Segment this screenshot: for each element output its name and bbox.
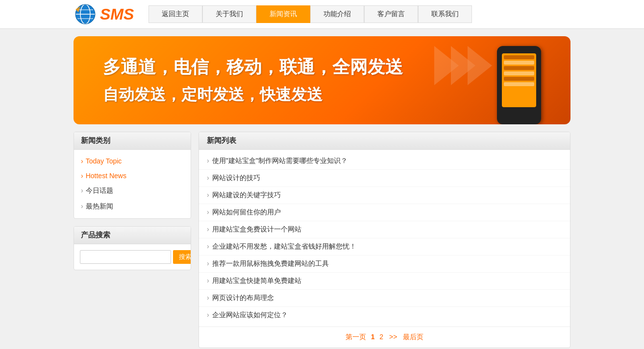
pagination-page-1[interactable]: 1 xyxy=(371,333,375,341)
product-search-section: 产品搜索 搜索产品 xyxy=(74,226,191,270)
news-item-8[interactable]: 网页设计的布局理念 xyxy=(199,290,570,307)
news-item-1[interactable]: 网站设计的技巧 xyxy=(199,170,570,187)
pagination: 第一页 1 2 >> 最后页 xyxy=(199,326,570,348)
search-button[interactable]: 搜索产品 xyxy=(173,250,191,264)
news-item-6[interactable]: 推荐一款用鼠标拖拽免费建网站的工具 xyxy=(199,256,570,273)
news-item-3[interactable]: 网站如何留住你的用户 xyxy=(199,204,570,221)
banner-line1: 多通道，电信，移动，联通，全网发送 xyxy=(103,55,403,79)
phone-bar-1 xyxy=(504,55,534,59)
news-category-section: 新闻类别 Today Topic Hottest News 今日话题 最热新闻 xyxy=(74,132,191,219)
pagination-page-2[interactable]: 2 xyxy=(379,333,383,341)
header: SMS 返回主页 关于我们 新闻资讯 功能介绍 客户留言 联系我们 xyxy=(0,0,644,29)
news-category-title: 新闻类别 xyxy=(74,132,191,150)
logo-area: SMS xyxy=(74,2,134,26)
search-box: 搜索产品 xyxy=(74,244,191,270)
news-panel: 新闻列表 使用"建站宝盒"制作网站需要哪些专业知识？ 网站设计的技巧 网站建设的… xyxy=(198,132,570,348)
phone-screen xyxy=(502,53,536,107)
logo-globe-icon xyxy=(74,2,97,26)
sidebar-link-hottest-news[interactable]: Hottest News xyxy=(74,168,191,183)
search-input[interactable] xyxy=(80,250,171,264)
phone-bar-2 xyxy=(504,61,534,65)
news-list: 使用"建站宝盒"制作网站需要哪些专业知识？ 网站设计的技巧 网站建设的关键字技巧… xyxy=(199,150,570,326)
nav-features[interactable]: 功能介绍 xyxy=(310,5,364,23)
pagination-last[interactable]: 最后页 xyxy=(403,333,423,341)
phone-bar-5 xyxy=(504,77,534,81)
news-item-9[interactable]: 企业网站应该如何定位？ xyxy=(199,307,570,324)
banner: 多通道，电信，移动，联通，全网发送 自动发送，定时发送，快速发送 xyxy=(74,36,570,124)
pagination-first[interactable]: 第一页 xyxy=(346,333,366,341)
nav-news[interactable]: 新闻资讯 xyxy=(256,5,310,23)
phone-bar-4 xyxy=(504,71,534,75)
nav-about[interactable]: 关于我们 xyxy=(202,5,256,23)
sidebar-link-zrxw[interactable]: 最热新闻 xyxy=(74,199,191,214)
nav-guestbook[interactable]: 客户留言 xyxy=(364,5,418,23)
sidebar-link-jrht[interactable]: 今日话题 xyxy=(74,183,191,199)
sidebar: 新闻类别 Today Topic Hottest News 今日话题 最热新闻 … xyxy=(74,132,191,348)
banner-text: 多通道，电信，移动，联通，全网发送 自动发送，定时发送，快速发送 xyxy=(103,55,403,106)
nav-home[interactable]: 返回主页 xyxy=(149,5,202,23)
news-item-4[interactable]: 用建站宝盒免费设计一个网站 xyxy=(199,221,570,238)
news-panel-title: 新闻列表 xyxy=(199,132,570,150)
news-item-5[interactable]: 企业建站不用发愁，建站宝盒省钱好用解您忧！ xyxy=(199,238,570,256)
news-item-2[interactable]: 网站建设的关键字技巧 xyxy=(199,187,570,204)
pagination-next[interactable]: >> xyxy=(389,333,397,341)
nav-contact[interactable]: 联系我们 xyxy=(418,5,472,23)
phone-bar-3 xyxy=(504,66,534,70)
sidebar-links: Today Topic Hottest News 今日话题 最热新闻 xyxy=(74,150,191,218)
news-item-7[interactable]: 用建站宝盒快捷简单免费建站 xyxy=(199,273,570,290)
news-item-0[interactable]: 使用"建站宝盒"制作网站需要哪些专业知识？ xyxy=(199,153,570,170)
phone-bar-6 xyxy=(504,82,534,86)
logo-text: SMS xyxy=(100,5,134,23)
banner-decoration xyxy=(444,46,492,87)
banner-line2: 自动发送，定时发送，快速发送 xyxy=(103,84,403,106)
search-row: 搜索产品 xyxy=(80,250,185,264)
phone-image xyxy=(497,46,541,124)
main-nav: 返回主页 关于我们 新闻资讯 功能介绍 客户留言 联系我们 xyxy=(149,5,472,23)
main-content: 新闻类别 Today Topic Hottest News 今日话题 最热新闻 … xyxy=(74,132,570,348)
search-section-title: 产品搜索 xyxy=(74,227,191,244)
sidebar-link-today-topic[interactable]: Today Topic xyxy=(74,154,191,168)
